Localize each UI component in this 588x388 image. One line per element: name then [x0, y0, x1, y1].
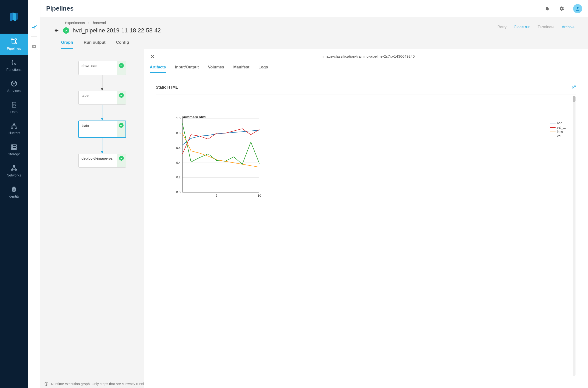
main-area: Pipelines Experiments › horovod1 — [40, 0, 588, 388]
dag-node[interactable]: label — [78, 91, 126, 105]
clone-run-action[interactable]: Clone run — [514, 25, 530, 29]
back-arrow-icon[interactable] — [54, 28, 60, 33]
nav-data[interactable]: 010 Data — [0, 97, 28, 118]
open-external-icon[interactable] — [571, 85, 576, 90]
nav-label: Clusters — [7, 131, 20, 135]
nav-pipelines[interactable]: Pipelines — [0, 34, 28, 55]
nav-clusters[interactable]: Clusters — [0, 118, 28, 139]
tab-graph[interactable]: Graph — [61, 40, 73, 49]
dag-edge — [102, 138, 102, 154]
storage-icon — [11, 144, 17, 150]
archive-box-icon[interactable] — [31, 44, 37, 49]
secondary-rail — [28, 0, 40, 388]
svg-marker-24 — [101, 151, 103, 154]
legend-label: loss — [557, 130, 563, 134]
legend-item: val_... — [550, 134, 566, 138]
dag-node[interactable]: download — [78, 61, 126, 75]
artifact-viewer: summary.html 0.00.20.40.60.81.0510 acc..… — [156, 95, 576, 377]
top-bar: Pipelines — [40, 0, 588, 17]
svg-text:5: 5 — [216, 194, 217, 197]
artifact-card: Static HTML summary.html 0.00.20.40.60.8… — [150, 80, 582, 381]
svg-rect-4 — [13, 123, 15, 124]
dag-node-label: train — [79, 121, 117, 137]
primary-nav: Pipelines Functions Services 010 Data Cl… — [0, 0, 28, 388]
nav-label: Pipelines — [7, 47, 21, 50]
dag-node-label: label — [79, 91, 117, 104]
dtab-volumes[interactable]: Volumes — [208, 65, 224, 73]
legend-item: val_... — [550, 125, 566, 129]
close-icon[interactable] — [150, 54, 155, 59]
svg-rect-1 — [15, 39, 17, 40]
dtab-io[interactable]: Input/Output — [175, 65, 199, 73]
legend-item: loss — [550, 130, 566, 134]
nav-label: Identity — [8, 194, 20, 198]
dtab-manifest[interactable]: Manifest — [233, 65, 249, 73]
pipelines-icon — [11, 38, 17, 45]
svg-text:1.0: 1.0 — [176, 117, 181, 120]
run-actions: Retry Clone run Terminate Archive — [497, 21, 575, 29]
terminate-action[interactable]: Terminate — [537, 25, 554, 29]
chevron-right-icon: › — [88, 21, 89, 25]
tab-config[interactable]: Config — [116, 40, 129, 49]
check-icon — [119, 156, 124, 161]
svg-rect-2 — [15, 43, 17, 44]
network-icon — [11, 165, 17, 171]
check-icon — [119, 63, 124, 68]
run-tabs: Graph Run output Config — [54, 36, 575, 49]
svg-rect-17 — [32, 45, 36, 48]
rail-divider — [31, 36, 37, 37]
identity-icon — [11, 186, 17, 193]
function-icon — [11, 59, 17, 66]
breadcrumb-root[interactable]: Experiments — [65, 21, 85, 25]
retry-action[interactable]: Retry — [497, 25, 507, 29]
gear-icon[interactable] — [559, 6, 564, 12]
nav-label: Storage — [8, 152, 20, 156]
tab-run-output[interactable]: Run output — [84, 40, 106, 49]
svg-marker-22 — [101, 118, 103, 121]
svg-point-10 — [12, 145, 12, 146]
user-avatar[interactable] — [573, 4, 582, 13]
workspace: downloadlabeltraindeploy-tf-image-se... … — [40, 49, 588, 388]
legend-swatch — [550, 127, 556, 128]
artifact-heading: Static HTML — [156, 85, 178, 90]
status-success-icon — [63, 27, 69, 34]
chart-title: summary.html — [182, 115, 206, 119]
svg-text:010: 010 — [13, 104, 17, 106]
svg-text:0.6: 0.6 — [176, 146, 181, 149]
dag-node-status — [117, 154, 126, 167]
svg-point-18 — [577, 7, 578, 8]
page-title: Pipelines — [46, 5, 535, 12]
svg-text:0.2: 0.2 — [176, 175, 181, 179]
double-check-icon[interactable] — [31, 24, 37, 30]
run-title: hvd_pipeline 2019-11-18 22-58-42 — [73, 27, 497, 34]
brand-logo — [0, 0, 28, 34]
metrics-line-chart: 0.00.20.40.60.81.0510 — [170, 113, 571, 199]
dag-node-status — [117, 91, 126, 104]
details-pane: image-classification-training-pipeline-2… — [144, 49, 588, 388]
nav-storage[interactable]: Storage — [0, 139, 28, 160]
archive-action[interactable]: Archive — [562, 25, 575, 29]
check-icon — [119, 123, 124, 128]
clusters-icon — [11, 122, 17, 129]
breadcrumb: Experiments › horovod1 — [54, 21, 497, 25]
dtab-artifacts[interactable]: Artifacts — [150, 65, 166, 73]
svg-text:0.4: 0.4 — [176, 161, 181, 165]
dag-edge — [102, 75, 102, 91]
breadcrumb-child[interactable]: horovod1 — [93, 21, 108, 25]
nav-services[interactable]: Services — [0, 76, 28, 97]
legend-swatch — [550, 136, 556, 137]
svg-text:0.0: 0.0 — [176, 190, 181, 194]
svg-point-27 — [46, 383, 47, 384]
dtab-logs[interactable]: Logs — [258, 65, 268, 73]
bell-icon[interactable] — [544, 6, 550, 12]
nav-networks[interactable]: Networks — [0, 160, 28, 182]
nav-functions[interactable]: Functions — [0, 55, 28, 76]
nav-label: Networks — [7, 173, 21, 177]
dag-node[interactable]: train — [78, 121, 126, 138]
graph-footer: Runtime execution graph. Only steps that… — [44, 382, 144, 386]
svg-rect-9 — [12, 149, 17, 149]
nav-identity[interactable]: Identity — [0, 182, 28, 203]
legend-swatch — [550, 132, 556, 132]
dag-node[interactable]: deploy-tf-image-se... — [78, 154, 126, 168]
chart-legend: acc...val_...lossval_... — [550, 121, 566, 139]
